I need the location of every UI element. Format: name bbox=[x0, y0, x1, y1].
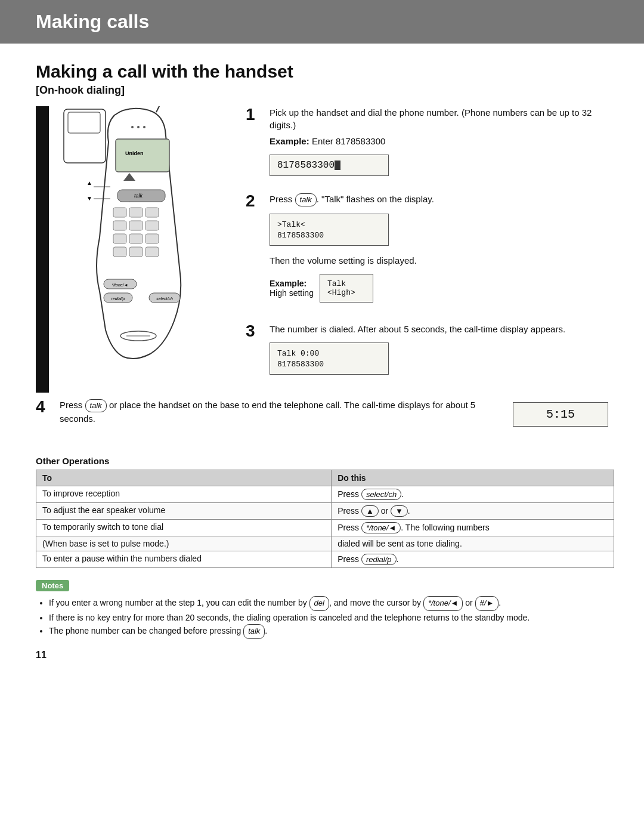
other-operations-table: To Do this To improve reception Press se… bbox=[36, 470, 614, 568]
notes-box: Notes If you enter a wrong number at the… bbox=[36, 580, 614, 639]
step-2-lcd-line2: 8178583300 bbox=[277, 231, 324, 240]
note-item: If you enter a wrong number at the step … bbox=[49, 596, 614, 611]
svg-rect-19 bbox=[113, 247, 126, 257]
step-1-lcd-text: 8178583300 bbox=[277, 160, 335, 171]
phone-illustration: Uniden bbox=[61, 106, 216, 363]
table-row: To adjust the ear speaker volume Press ▲… bbox=[36, 503, 614, 520]
tone-nav-btn: */tone/◄ bbox=[423, 596, 463, 611]
page-number: 11 bbox=[36, 650, 614, 661]
step-4-number: 4 bbox=[36, 399, 54, 415]
svg-rect-1 bbox=[68, 112, 100, 133]
svg-rect-18 bbox=[145, 234, 159, 243]
step-1-example: Example: Enter 8178583300 bbox=[270, 135, 614, 147]
step-4-area: 4 Press talk or place the handset on the… bbox=[36, 399, 614, 442]
step-3: 3 The number is dialed. After about 5 se… bbox=[246, 323, 614, 378]
step-4-lcd-area: 5:15 bbox=[507, 399, 614, 430]
page-section-title: Making calls bbox=[36, 11, 620, 33]
svg-rect-21 bbox=[145, 247, 159, 257]
other-operations-title: Other Operations bbox=[36, 456, 614, 466]
svg-rect-15 bbox=[145, 221, 159, 230]
tone-btn: */tone/◄ bbox=[361, 522, 401, 533]
volume-example: Example: High setting Talk <High> bbox=[270, 270, 614, 306]
step-3-lcd-line1: Talk 0:00 bbox=[277, 349, 319, 358]
svg-text:▼: ▼ bbox=[86, 195, 92, 202]
table-cell-do: Press */tone/◄. The following numbers bbox=[332, 520, 614, 536]
notes-list: If you enter a wrong number at the step … bbox=[36, 596, 614, 639]
step-4-text: Press talk or place the handset on the b… bbox=[60, 399, 495, 425]
svg-rect-0 bbox=[64, 109, 106, 163]
other-operations: Other Operations To Do this To improve r… bbox=[36, 456, 614, 568]
page-container: Making calls Making a call with the hand… bbox=[0, 0, 644, 827]
table-row: To temporarily switch to tone dial Press… bbox=[36, 520, 614, 536]
volume-label-bold: Example: bbox=[270, 279, 306, 288]
header-banner: Making calls bbox=[0, 0, 644, 44]
svg-rect-14 bbox=[129, 221, 143, 230]
table-cell-to: To improve reception bbox=[36, 486, 332, 503]
step-2-number: 2 bbox=[246, 193, 264, 209]
step-1-example-value: Enter 8178583300 bbox=[312, 136, 385, 146]
svg-rect-13 bbox=[113, 221, 126, 230]
step-2-lcd: >Talk< 8178583300 bbox=[270, 214, 389, 246]
step-2: 2 Press talk. "Talk" flashes on the disp… bbox=[246, 193, 614, 310]
step-4-talk-ref: talk bbox=[85, 399, 107, 412]
step-3-text: The number is dialed. After about 5 seco… bbox=[270, 323, 614, 335]
step-2-lcd-line1: >Talk< bbox=[277, 220, 305, 229]
up-btn: ▲ bbox=[361, 505, 379, 517]
table-cell-to: (When base is set to pulse mode.) bbox=[36, 536, 332, 551]
black-sidebar bbox=[36, 106, 49, 393]
step-4-content: Press talk or place the handset on the b… bbox=[60, 399, 495, 428]
hash-btn: #/► bbox=[475, 596, 499, 611]
down-btn: ▼ bbox=[391, 505, 408, 517]
step-1: 1 Pick up the handset and dial the phone… bbox=[246, 106, 614, 180]
svg-text:talk: talk bbox=[134, 193, 143, 199]
table-cell-do: Press select/ch. bbox=[332, 486, 614, 503]
step-4: 4 Press talk or place the handset on the… bbox=[36, 399, 495, 428]
volume-lcd-line1: Talk bbox=[327, 279, 346, 288]
svg-rect-17 bbox=[129, 234, 143, 243]
step-4-text-area: 4 Press talk or place the handset on the… bbox=[36, 399, 495, 442]
table-row: To enter a pause within the numbers dial… bbox=[36, 551, 614, 568]
table-col-to: To bbox=[36, 470, 332, 486]
svg-text:redial/p: redial/p bbox=[112, 297, 125, 301]
main-content: Making a call with the handset [On-hook … bbox=[0, 44, 644, 678]
svg-text:Uniden: Uniden bbox=[125, 150, 144, 156]
svg-rect-16 bbox=[113, 234, 126, 243]
select-ch-btn: select/ch bbox=[361, 489, 401, 500]
step-3-number: 3 bbox=[246, 323, 264, 340]
svg-text:*/tone/◄: */tone/◄ bbox=[112, 283, 128, 287]
table-cell-do: Press redial/p. bbox=[332, 551, 614, 568]
svg-point-4 bbox=[131, 126, 134, 128]
step-2-volume-text: Then the volume setting is displayed. bbox=[270, 254, 614, 267]
notes-label: Notes bbox=[36, 580, 69, 591]
step-3-lcd: Talk 0:00 8178583300 bbox=[270, 342, 389, 375]
step-4-lcd: 5:15 bbox=[513, 402, 608, 427]
section-subtitle: [On-hook dialing] bbox=[36, 84, 614, 97]
svg-line-2 bbox=[156, 106, 165, 112]
step-4-lcd-text: 5:15 bbox=[546, 408, 575, 421]
svg-rect-12 bbox=[145, 208, 159, 217]
table-cell-do: Press ▲ or ▼. bbox=[332, 503, 614, 520]
svg-marker-7 bbox=[123, 173, 135, 181]
del-btn: del bbox=[309, 596, 329, 611]
step-2-text: Press talk. "Talk" flashes on the displa… bbox=[270, 193, 614, 206]
talk-btn-note: talk bbox=[243, 624, 265, 639]
step-3-content: The number is dialed. After about 5 seco… bbox=[270, 323, 614, 378]
note-item: If there is no key entry for more than 2… bbox=[49, 611, 614, 624]
svg-text:select/ch: select/ch bbox=[156, 297, 173, 301]
svg-rect-10 bbox=[113, 208, 126, 217]
talk-button-ref: talk bbox=[295, 193, 317, 206]
phone-illustration-area: Uniden bbox=[61, 106, 228, 393]
step-1-text: Pick up the handset and dial the phone n… bbox=[270, 106, 614, 131]
table-row: (When base is set to pulse mode.) dialed… bbox=[36, 536, 614, 551]
step-1-lcd: 8178583300 bbox=[270, 155, 389, 176]
table-cell-do: dialed will be sent as tone dialing. bbox=[332, 536, 614, 551]
step-2-press-label: Press bbox=[270, 194, 292, 204]
table-cell-to: To temporarily switch to tone dial bbox=[36, 520, 332, 536]
step-1-example-label: Example: bbox=[270, 136, 309, 146]
step-1-number: 1 bbox=[246, 106, 264, 123]
table-cell-to: To adjust the ear speaker volume bbox=[36, 503, 332, 520]
step-2-content: Press talk. "Talk" flashes on the displa… bbox=[270, 193, 614, 310]
lcd-cursor bbox=[335, 161, 340, 170]
svg-text:▲: ▲ bbox=[86, 180, 92, 186]
volume-setting-text: High setting bbox=[270, 288, 314, 298]
